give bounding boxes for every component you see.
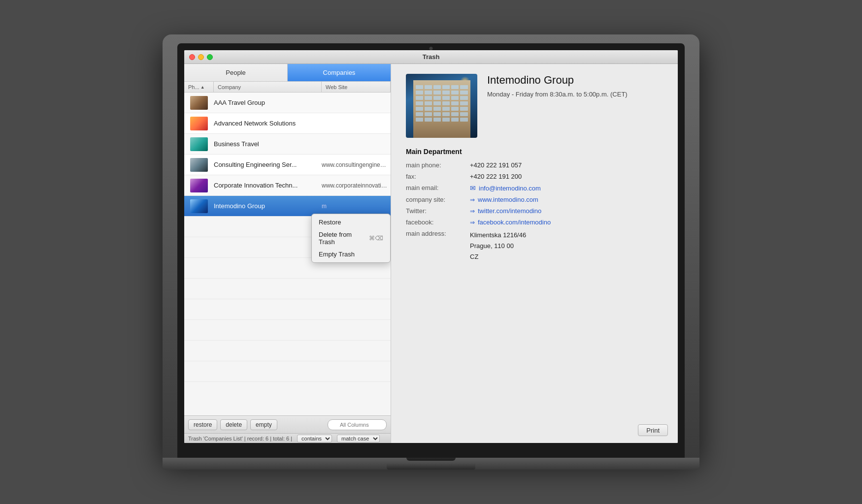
minimize-button[interactable] <box>198 54 204 60</box>
print-button[interactable]: Print <box>638 424 668 436</box>
list-item[interactable]: Corporate Innovation Techn... www.corpor… <box>184 175 391 196</box>
context-restore[interactable]: Restore <box>312 216 390 228</box>
site-value[interactable]: www.intemodino.com <box>478 196 538 203</box>
link-icon: ⇒ <box>470 208 475 215</box>
detail-row-twitter: Twitter: ⇒ twitter.com/intemodino <box>406 207 663 215</box>
company-info-header: Intemodino Group Monday - Friday from 8:… <box>487 74 663 138</box>
list-item[interactable]: Business Travel <box>184 134 391 155</box>
list-row-empty <box>184 361 391 382</box>
email-value[interactable]: info@intemodino.com <box>479 185 541 192</box>
match-case-dropdown[interactable]: match case <box>337 435 380 442</box>
company-name-title: Intemodino Group <box>487 74 663 87</box>
facebook-value[interactable]: facebook.com/intemodino <box>478 219 551 226</box>
link-icon: ⇒ <box>470 196 475 203</box>
detail-row-site: company site: ⇒ www.intemodino.com <box>406 196 663 203</box>
status-text: Trash 'Companies List' | record: 6 | tot… <box>188 436 292 441</box>
list-row-empty <box>184 279 391 299</box>
tab-bar: People Companies <box>184 64 391 82</box>
company-header: Intemodino Group Monday - Friday from 8:… <box>406 74 663 138</box>
link-icon: ⇒ <box>470 219 475 226</box>
tab-people[interactable]: People <box>184 64 288 81</box>
list-row-empty <box>184 320 391 341</box>
detail-row-email: main email: ✉ info@intemodino.com <box>406 184 663 192</box>
list-row-empty <box>184 299 391 320</box>
detail-row-facebook: facebook: ⇒ facebook.com/intemodino <box>406 219 663 226</box>
section-title: Main Department <box>406 148 663 156</box>
right-panel: Intemodino Group Monday - Friday from 8:… <box>391 64 678 443</box>
title-bar: Trash <box>184 50 678 64</box>
company-hours: Monday - Friday from 8:30a.m. to 5:00p.m… <box>487 91 663 98</box>
company-list: AAA Travel Group Advanced Network Soluti… <box>184 93 391 415</box>
status-bar: Trash 'Companies List' | record: 6 | tot… <box>184 433 391 443</box>
col-company[interactable]: Company <box>214 82 322 92</box>
list-row-empty <box>184 341 391 361</box>
delete-button[interactable]: delete <box>220 419 247 430</box>
column-headers: Ph... ▲ Company Web Site <box>184 82 391 93</box>
context-delete-from-trash[interactable]: Delete from Trash ⌘⌫ <box>312 228 390 248</box>
detail-section: Main Department main phone: +420 222 191… <box>406 148 663 262</box>
twitter-value[interactable]: twitter.com/intemodino <box>478 207 541 215</box>
window-title: Trash <box>423 53 440 61</box>
maximize-button[interactable] <box>207 54 213 60</box>
col-photo[interactable]: Ph... ▲ <box>184 82 214 92</box>
list-item[interactable]: Consulting Engineering Ser... www.consul… <box>184 155 391 175</box>
context-empty-trash[interactable]: Empty Trash <box>312 248 390 260</box>
detail-row-address: main address: Klimentska 1216/46Prague, … <box>406 230 663 262</box>
col-website[interactable]: Web Site <box>322 82 391 92</box>
close-button[interactable] <box>189 54 195 60</box>
list-item[interactable]: Advanced Network Solutions <box>184 113 391 134</box>
contains-dropdown[interactable]: contains <box>297 435 332 442</box>
detail-row-fax: fax: +420 222 191 200 <box>406 173 663 180</box>
restore-button[interactable]: restore <box>188 419 217 430</box>
left-panel: People Companies Ph... ▲ <box>184 64 391 443</box>
bottom-toolbar: restore delete empty ⌕ <box>184 415 391 433</box>
email-icon: ✉ <box>470 184 476 192</box>
tab-companies[interactable]: Companies <box>288 64 391 81</box>
detail-row-phone: main phone: +420 222 191 057 <box>406 161 663 169</box>
camera-dot <box>430 47 433 50</box>
list-item[interactable]: AAA Travel Group <box>184 93 391 113</box>
context-menu: Restore Delete from Trash ⌘⌫ Empty Trash <box>311 214 391 263</box>
empty-button[interactable]: empty <box>250 419 277 430</box>
company-photo <box>406 74 477 138</box>
search-input[interactable] <box>328 419 387 430</box>
search-wrap: ⌕ <box>328 419 387 430</box>
